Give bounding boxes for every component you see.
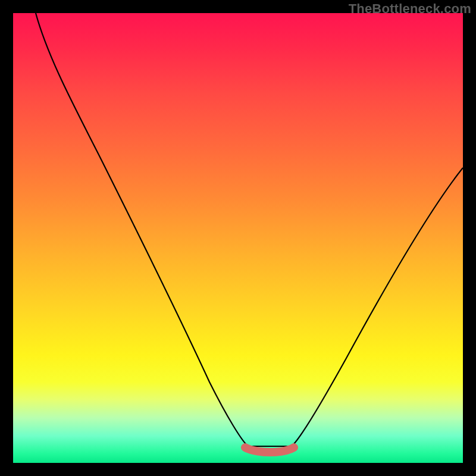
flat-bottom-marker [245,447,294,452]
bottleneck-curve-line [36,13,463,446]
chart-frame [13,13,463,463]
watermark-text: TheBottleneck.com [349,1,471,17]
bottleneck-curve-svg [13,13,463,463]
